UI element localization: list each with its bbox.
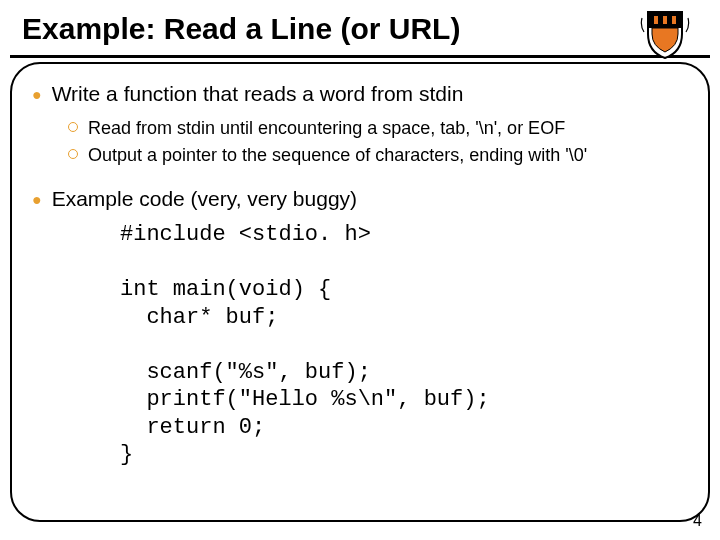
svg-rect-1: [663, 16, 667, 24]
bullet-dot-icon: ●: [32, 84, 42, 108]
sub-bullets: Read from stdin until encountering a spa…: [68, 116, 710, 167]
title-underline: [10, 55, 710, 58]
slide-title: Example: Read a Line (or URL): [22, 12, 460, 46]
bullet-2: ● Example code (very, very buggy): [30, 185, 710, 213]
sub-bullet-2: Output a pointer to the sequence of char…: [68, 143, 710, 167]
bullet-2-text: Example code (very, very buggy): [52, 185, 357, 213]
bullet-1: ● Write a function that reads a word fro…: [30, 80, 710, 108]
svg-rect-2: [672, 16, 676, 24]
svg-rect-0: [654, 16, 658, 24]
sub-bullet-2-text: Output a pointer to the sequence of char…: [88, 143, 587, 167]
bullet-dot-icon: ●: [32, 189, 42, 213]
sub-bullet-1: Read from stdin until encountering a spa…: [68, 116, 710, 140]
sub-bullet-1-text: Read from stdin until encountering a spa…: [88, 116, 565, 140]
bullet-1-text: Write a function that reads a word from …: [52, 80, 464, 108]
page-number: 4: [693, 512, 702, 530]
sub-bullet-icon: [68, 122, 78, 132]
slide-content: ● Write a function that reads a word fro…: [30, 80, 710, 469]
sub-bullet-icon: [68, 149, 78, 159]
princeton-shield-icon: [640, 8, 690, 64]
code-block: #include <stdio. h> int main(void) { cha…: [120, 221, 710, 469]
